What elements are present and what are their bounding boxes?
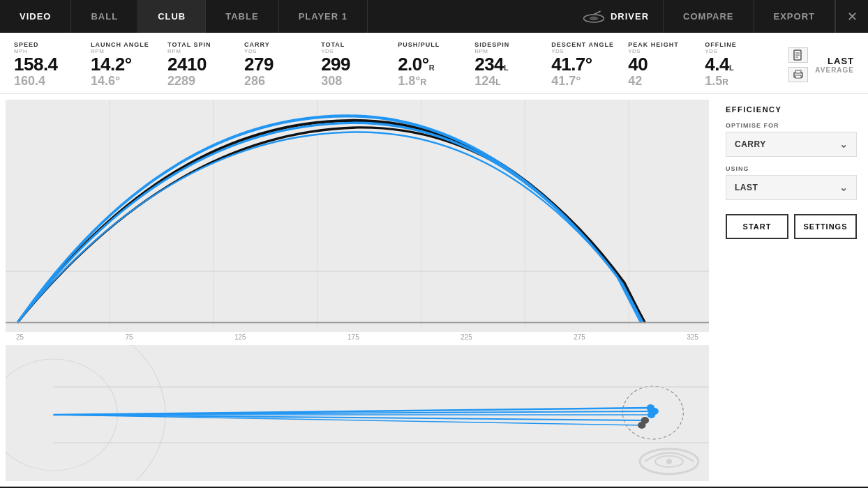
nav-bar: VIDEO BALL CLUB TABLE PLAYER 1 DRIVER CO… [0, 0, 868, 33]
metric-launch: LAUNCH ANGLE RPM 14.2° 14.6° [91, 41, 167, 88]
metric-sidespin: SIDESPIN RPM 234L 124L [474, 41, 551, 88]
metric-carry-avg: 286 [244, 75, 321, 89]
metric-carry: CARRY YDS 279 286 [244, 41, 321, 88]
print-icon[interactable] [788, 67, 808, 82]
metric-offline-avg: 1.5R [705, 75, 781, 89]
right-panel: EFFICIENCY OPTIMISE FOR CARRY ⌄ USING LA… [714, 94, 868, 487]
svg-point-2 [590, 16, 599, 20]
charts-area: 25 75 125 175 225 275 325 [0, 94, 714, 487]
metric-spin-label: TOTAL SPIN [167, 41, 244, 48]
metric-launch-main: 14.2° [91, 54, 167, 75]
metric-carry-main: 279 [244, 54, 321, 75]
metric-descent-avg: 41.7° [551, 75, 628, 89]
main-content: 25 75 125 175 225 275 325 [0, 94, 868, 487]
metric-total: TOTAL YDS 299 308 [321, 41, 398, 88]
svg-point-32 [638, 422, 645, 429]
watermark-icon [638, 441, 701, 475]
chevron-down-icon: ⌄ [839, 139, 848, 150]
avg-label: AVERAGE [815, 66, 854, 74]
chevron-down-icon-2: ⌄ [839, 182, 848, 193]
metric-pushpull: PUSH/PULL 2.0°R 1.8°R [398, 41, 474, 88]
metric-speed-avg: 160.4 [14, 75, 91, 89]
using-dropdown[interactable]: LAST ⌄ [726, 175, 857, 200]
efficiency-title: EFFICIENCY [726, 105, 857, 114]
settings-button[interactable]: SETTINGS [794, 214, 857, 239]
metric-sidespin-main: 234L [474, 54, 551, 75]
svg-point-30 [648, 411, 655, 418]
nav-club[interactable]: CLUB [138, 0, 206, 33]
metric-pushpull-avg: 1.8°R [398, 75, 474, 89]
trajectory-svg [6, 100, 709, 332]
metric-peak-main: 40 [628, 54, 705, 75]
metric-speed: SPEED MPH 158.4 160.4 [14, 41, 91, 88]
metric-descent-main: 41.7° [551, 54, 628, 75]
metric-spin: TOTAL SPIN RPM 2410 2289 [167, 41, 244, 88]
driver-icon [583, 10, 605, 24]
metrics-bar: SPEED MPH 158.4 160.4 LAUNCH ANGLE RPM 1… [0, 33, 868, 94]
metric-spin-avg: 2289 [167, 75, 244, 89]
metric-descent-label: DESCENT ANGLE [551, 41, 628, 48]
using-field: USING LAST ⌄ [726, 165, 857, 200]
optimise-dropdown[interactable]: CARRY ⌄ [726, 132, 857, 157]
metric-speed-main: 158.4 [14, 54, 91, 75]
nav-ball[interactable]: BALL [71, 0, 138, 33]
metric-total-avg: 308 [321, 75, 398, 89]
nav-table[interactable]: TABLE [206, 0, 278, 33]
metric-peak-avg: 42 [628, 75, 705, 89]
metric-offline-main: 4.4L [705, 54, 781, 75]
metric-spin-main: 2410 [167, 54, 244, 75]
svg-point-35 [666, 459, 672, 464]
metric-launch-label: LAUNCH ANGLE [91, 41, 167, 48]
metric-peak: PEAK HEIGHT YDS 40 42 [628, 41, 705, 88]
svg-line-1 [594, 11, 601, 15]
nav-driver[interactable]: DRIVER [569, 0, 664, 33]
last-label: LAST [828, 56, 854, 66]
x-axis: 25 75 125 175 225 275 325 [6, 332, 709, 342]
svg-rect-9 [795, 75, 801, 78]
using-label: USING [726, 165, 857, 172]
nav-player1[interactable]: PLAYER 1 [279, 0, 368, 33]
metric-sidespin-avg: 124L [474, 75, 551, 89]
metric-total-main: 299 [321, 54, 398, 75]
metric-offline-label: OFFLINE [705, 41, 781, 48]
svg-rect-8 [795, 70, 801, 73]
action-buttons: START SETTINGS [726, 214, 857, 239]
metric-carry-label: CARRY [244, 41, 321, 48]
nav-close[interactable]: ✕ [835, 0, 868, 33]
metric-launch-avg: 14.6° [91, 75, 167, 89]
nav-compare[interactable]: COMPARE [664, 0, 754, 33]
metric-total-label: TOTAL [321, 41, 398, 48]
metric-pushpull-label: PUSH/PULL [398, 41, 474, 48]
metric-speed-label: SPEED [14, 41, 91, 48]
metric-sidespin-label: SIDESPIN [474, 41, 551, 48]
metric-offline: OFFLINE YDS 4.4L 1.5R [705, 41, 781, 88]
start-button[interactable]: START [726, 214, 788, 239]
optimise-label: OPTIMISE FOR [726, 122, 857, 129]
metrics-icons [788, 47, 808, 82]
topdown-svg [6, 345, 709, 481]
metric-descent: DESCENT ANGLE YDS 41.7° 41.7° [551, 41, 628, 88]
nav-export[interactable]: EXPORT [754, 0, 835, 33]
optimise-field: OPTIMISE FOR CARRY ⌄ [726, 122, 857, 157]
nav-video[interactable]: VIDEO [0, 0, 71, 33]
trajectory-chart [6, 100, 709, 332]
metric-pushpull-main: 2.0°R [398, 54, 474, 75]
topdown-chart [6, 345, 709, 481]
metric-peak-label: PEAK HEIGHT [628, 41, 705, 48]
pdf-icon[interactable] [788, 47, 808, 63]
last-avg-block: LAST AVERAGE [815, 56, 854, 74]
